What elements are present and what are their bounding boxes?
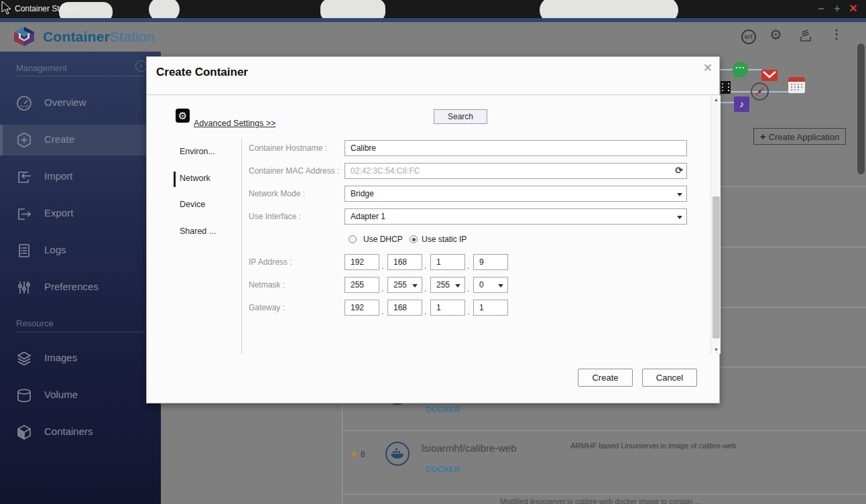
sliders-icon [15, 279, 33, 296]
hostname-input[interactable] [345, 140, 687, 156]
divider [16, 76, 145, 76]
window-titlebar[interactable]: Container Station – + ✕ [0, 0, 866, 18]
radio-use-dhcp[interactable] [349, 235, 357, 243]
ip-octet-4[interactable] [473, 254, 508, 270]
gateway-octet-4[interactable] [473, 300, 508, 316]
plus-icon: + [760, 131, 766, 142]
dialog-scrollbar[interactable]: ▲ ▼ [710, 95, 721, 354]
section-label-resource: Resource [16, 318, 54, 328]
window-title: Container Station [15, 4, 77, 13]
netmask-octet-1[interactable] [345, 277, 379, 293]
docker-badge: DOCKER [426, 465, 460, 473]
mouse-cursor [0, 0, 15, 16]
app-window: ··· ♪ +Create Application Install [0, 0, 866, 504]
ip-octet-1[interactable] [345, 254, 379, 270]
use-dhcp-label: Use DHCP [363, 235, 403, 244]
dialog-scrollbar-thumb[interactable] [713, 196, 720, 338]
sidebar-item-label: Containers [44, 426, 93, 437]
iot-icon[interactable]: IoT [741, 29, 756, 44]
octet-separator: . [467, 307, 469, 316]
radio-use-static-ip[interactable] [410, 235, 418, 243]
mac-address-field: ⟳ [345, 163, 687, 179]
netmask-octet-2-value: 255 [393, 280, 407, 290]
container-station-logo [12, 25, 36, 48]
maximize-button[interactable]: + [831, 3, 843, 15]
image-name[interactable]: lsioarmhf/calibre-web [422, 442, 517, 454]
close-button[interactable]: ✕ [847, 3, 859, 15]
scroll-up-icon[interactable]: ▲ [711, 97, 721, 102]
ip-octet-2[interactable] [387, 254, 422, 270]
divider [147, 94, 719, 95]
docker-badge: DOCKER [426, 405, 460, 414]
interface-value: Adapter 1 [351, 212, 385, 221]
brand-light: Station [110, 29, 155, 44]
more-menu-icon[interactable]: ⋮ [830, 27, 843, 42]
selected-tab-indicator [174, 172, 176, 187]
octet-separator: . [424, 261, 426, 271]
sidebar-item-export[interactable]: Export [0, 198, 161, 229]
star-count: 8 [361, 450, 365, 459]
import-icon [15, 168, 33, 186]
netmask-octet-3-select[interactable]: 255 [430, 277, 465, 293]
sidebar-item-preferences[interactable]: Preferences [0, 272, 161, 303]
sidebar-collapse-button[interactable]: ‹ [135, 60, 147, 72]
octet-separator: . [424, 307, 426, 316]
wallpaper-blob [320, 0, 385, 18]
sidebar-item-create[interactable]: Create [0, 125, 161, 155]
page-scrollbar[interactable] [857, 44, 865, 174]
result-row-calibre-web: ★ 8 lsioarmhf/calibre-web ARMHF based Li… [343, 430, 866, 494]
background-tasks-icon[interactable] [798, 28, 813, 46]
sidebar-item-logs[interactable]: Logs [0, 235, 161, 266]
octet-separator: . [381, 284, 383, 294]
sidebar-item-label: Import [44, 170, 73, 182]
wallpaper-blob [149, 0, 180, 18]
divider [241, 138, 242, 354]
create-application-button[interactable]: +Create Application [753, 128, 846, 145]
app-header: ContainerStation IoT ⚙ ⋮ [0, 22, 866, 52]
gateway-octet-2[interactable] [387, 300, 422, 316]
interface-select[interactable]: Adapter 1 [345, 208, 687, 225]
netmask-octet-4-value: 0 [479, 280, 484, 290]
gateway-octet-3[interactable] [430, 300, 465, 316]
mac-address-input[interactable] [345, 163, 687, 179]
network-mode-select[interactable]: Bridge [345, 186, 687, 202]
chat-icon: ··· [733, 62, 748, 77]
tab-shared[interactable]: Shared ... [180, 227, 216, 236]
gear-icon[interactable]: ⚙ [769, 27, 782, 43]
create-button[interactable]: Create [578, 369, 633, 387]
sidebar-item-volume[interactable]: Volume [0, 380, 161, 411]
sidebar-item-import[interactable]: Import [0, 162, 161, 192]
scroll-down-icon[interactable]: ▼ [711, 347, 721, 352]
tab-network[interactable]: Network [180, 174, 210, 183]
mac-refresh-icon[interactable]: ⟳ [675, 165, 683, 176]
divider [16, 332, 145, 332]
speedometer-icon [15, 94, 33, 112]
chevron-down-icon [498, 284, 503, 288]
cancel-button[interactable]: Cancel [642, 369, 697, 387]
tab-device[interactable]: Device [180, 200, 205, 209]
octet-separator: . [467, 261, 469, 271]
cylinder-icon [15, 387, 33, 404]
result-row-partial: Modified linuxserver.io calibre-web dock… [343, 494, 866, 504]
minimize-button[interactable]: – [815, 3, 827, 15]
image-description: ARMHF based Linuxserver.io image of cali… [570, 442, 737, 450]
star-icon: ★ [350, 449, 358, 459]
film-icon [721, 81, 731, 94]
dialog-close-icon[interactable]: ✕ [703, 61, 713, 75]
music-icon: ♪ [734, 97, 749, 112]
tab-environment[interactable]: Environ... [180, 147, 215, 156]
sidebar-item-overview[interactable]: Overview [0, 88, 161, 119]
octet-separator: . [424, 284, 426, 294]
gateway-octet-1[interactable] [345, 300, 379, 316]
mail-icon [761, 70, 778, 81]
search-button[interactable]: Search [434, 109, 487, 124]
ip-address-label: IP Address : [249, 257, 292, 267]
advanced-settings-link[interactable]: Advanced Settings >> [194, 119, 275, 128]
sidebar-item-images[interactable]: Images [0, 343, 161, 374]
sidebar-item-label: Volume [44, 389, 78, 400]
ip-octet-3[interactable] [430, 254, 465, 270]
netmask-octet-4-select[interactable]: 0 [473, 277, 508, 293]
netmask-octet-2-select[interactable]: 255 [387, 277, 422, 293]
section-label-management: Management [16, 63, 67, 73]
sidebar-item-containers[interactable]: Containers [0, 417, 161, 448]
